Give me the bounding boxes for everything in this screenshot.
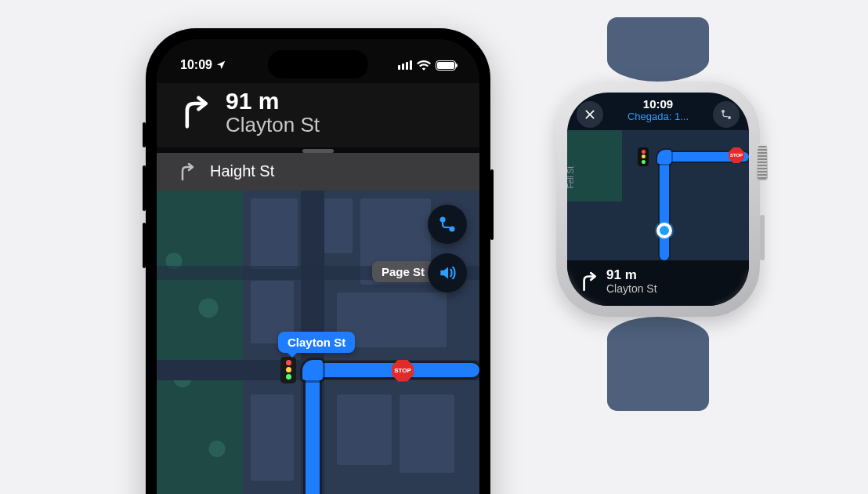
watch-nav-distance: 91 m [606, 268, 657, 283]
dynamic-island [268, 50, 368, 78]
watch-status-bar: 10:09 Chegada: 1... [567, 93, 749, 130]
route-line [660, 152, 669, 260]
street-label-secondary: Page St [372, 261, 434, 282]
svg-point-3 [729, 117, 731, 119]
iphone-screen: 10:09 91 m Clayton St [157, 39, 479, 494]
watch-arrival-label: Chegada: 1... [627, 111, 689, 122]
turn-right-arrow-icon [177, 162, 196, 181]
watch-case: 10:09 Chegada: 1... Fell St [556, 82, 760, 317]
stop-sign-icon: STOP [729, 147, 744, 163]
watch-band-bottom [607, 317, 709, 411]
iphone-device-frame: 10:09 91 m Clayton St [146, 28, 490, 494]
svg-point-1 [450, 227, 454, 231]
nav-street: Clayton St [226, 114, 320, 136]
watch-side-street-label: Fell St [567, 166, 575, 188]
location-arrow-icon [215, 60, 226, 71]
traffic-light-icon [638, 147, 649, 166]
street-label-primary: Clayton St [278, 332, 355, 353]
route-line [302, 360, 323, 380]
phone-volume-up [143, 165, 146, 211]
turn-right-arrow-icon [177, 95, 212, 129]
watch-time: 10:09 [627, 97, 689, 111]
nav-distance: 91 m [226, 88, 320, 114]
phone-mute-switch [143, 122, 146, 147]
route-overview-button[interactable] [713, 101, 740, 128]
route-icon [438, 215, 457, 234]
status-time: 10:09 [180, 58, 212, 72]
next-step-banner[interactable]: Haight St [157, 153, 479, 191]
current-location-dot [656, 223, 672, 238]
phone-volume-down [143, 223, 146, 268]
navigation-banner[interactable]: 91 m Clayton St [157, 83, 479, 147]
stop-sign-icon: STOP [392, 360, 414, 382]
close-icon [584, 108, 596, 121]
watch-navigation-banner[interactable]: 91 m Clayton St [567, 260, 749, 306]
route-line [306, 363, 320, 494]
route-overview-button[interactable] [428, 205, 467, 244]
map-building [251, 394, 294, 481]
map-building [400, 394, 454, 473]
route-icon [720, 108, 732, 121]
map-park-area [157, 191, 243, 494]
watch-band-top [607, 17, 709, 82]
map-building [251, 198, 298, 269]
phone-side-button [490, 169, 494, 240]
watch-nav-street: Clayton St [606, 283, 657, 295]
next-step-street: Haight St [210, 162, 274, 180]
audio-guidance-button[interactable] [428, 253, 467, 292]
apple-watch-device: 10:09 Chegada: 1... Fell St [541, 17, 776, 411]
cellular-signal-icon [398, 60, 412, 70]
close-button[interactable] [577, 101, 603, 128]
map-view[interactable]: STOP Clayton St Page St [157, 191, 479, 494]
speaker-icon [437, 263, 458, 283]
wifi-icon [417, 60, 431, 71]
map-building [337, 394, 392, 465]
digital-crown [757, 144, 768, 180]
watch-map-park [567, 130, 622, 202]
turn-right-arrow-icon [578, 271, 599, 292]
battery-icon [436, 60, 456, 71]
traffic-light-icon [280, 357, 296, 383]
route-line [657, 150, 671, 164]
watch-map-view[interactable]: Fell St STOP [567, 130, 749, 260]
watch-side-button [760, 215, 765, 260]
watch-screen: 10:09 Chegada: 1... Fell St [567, 93, 749, 306]
